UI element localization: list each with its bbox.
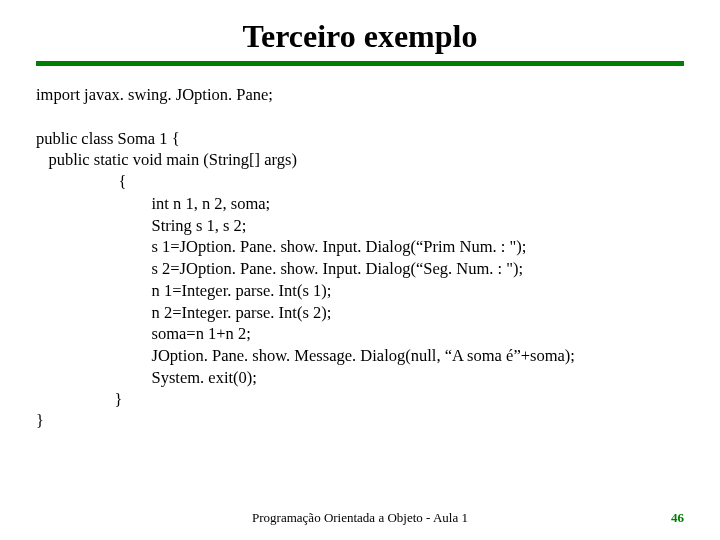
footer-text: Programação Orientada a Objeto - Aula 1 — [252, 510, 468, 526]
slide-title: Terceiro exemplo — [36, 18, 684, 55]
title-underline — [36, 61, 684, 66]
slide: Terceiro exemplo import javax. swing. JO… — [0, 0, 720, 540]
code-block: import javax. swing. JOption. Pane; publ… — [36, 84, 684, 432]
footer: Programação Orientada a Objeto - Aula 1 … — [0, 510, 720, 526]
page-number: 46 — [671, 510, 684, 526]
